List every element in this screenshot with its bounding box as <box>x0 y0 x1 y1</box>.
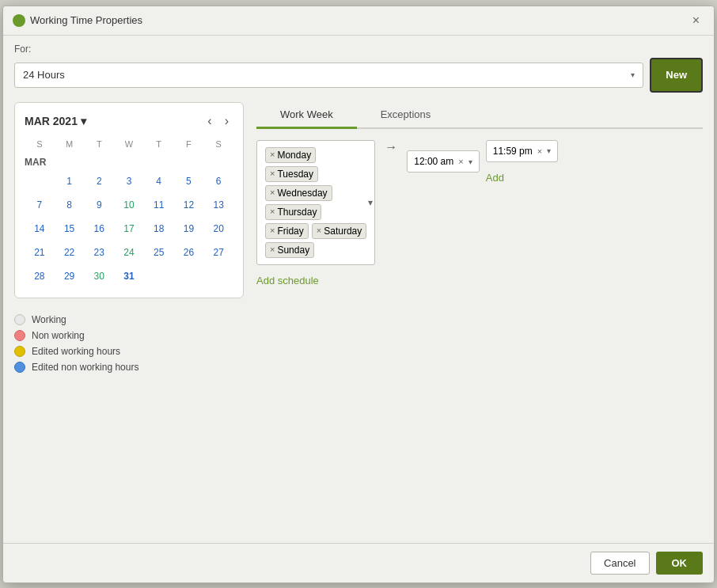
sunday-label: Sunday <box>277 245 309 256</box>
calendar-day <box>28 170 51 192</box>
clear-time-to-icon[interactable]: × <box>537 146 542 156</box>
time-range-arrow-icon: → <box>385 140 397 154</box>
days-tags-row3: × Wednesday <box>264 184 368 203</box>
prev-month-button[interactable]: ‹ <box>203 112 216 130</box>
tab-exceptions[interactable]: Exceptions <box>357 102 455 129</box>
calendar-day[interactable]: 30 <box>88 265 110 287</box>
close-button[interactable]: × <box>688 13 704 28</box>
monday-label: Monday <box>277 150 311 161</box>
title-bar-left: Working Time Properties <box>13 14 142 27</box>
dropdown-arrow-icon: ▾ <box>631 70 635 79</box>
calendar-day[interactable]: 20 <box>207 218 230 240</box>
working-time-dialog: Working Time Properties × For: 24 Hours … <box>2 6 715 583</box>
schedule-row: × Monday × Tuesday × <box>256 140 703 265</box>
calendar-day[interactable]: 19 <box>177 218 199 240</box>
calendar-day[interactable]: 28 <box>28 265 51 287</box>
calendar-day[interactable]: 22 <box>59 241 81 264</box>
time-to-select[interactable]: 11:59 pm × ▾ <box>486 140 558 162</box>
day-tag-saturday: × Saturday <box>312 223 366 239</box>
legend-edited-non-working: Edited non working hours <box>14 362 244 373</box>
dropdown-value: 24 Hours <box>23 69 65 81</box>
calendar-day[interactable]: 8 <box>59 194 81 216</box>
calendar-day[interactable]: 24 <box>118 241 140 264</box>
remove-saturday-icon[interactable]: × <box>317 226 321 235</box>
days-scroll-button[interactable]: ▾ <box>368 197 373 208</box>
calendar-day[interactable]: 21 <box>28 241 51 264</box>
time-add-section: 11:59 pm × ▾ Add <box>486 140 558 184</box>
saturday-label: Saturday <box>324 226 362 237</box>
month-label: MAR <box>25 154 233 169</box>
calendar-day[interactable]: 10 <box>118 194 140 216</box>
edited-working-dot <box>14 346 25 357</box>
weekday-fri: F <box>174 138 204 150</box>
calendar-day[interactable]: 29 <box>59 265 81 287</box>
calendar-day[interactable]: 14 <box>28 218 51 240</box>
calendar-day[interactable]: 26 <box>177 241 199 264</box>
calendar-day[interactable]: 17 <box>118 218 140 240</box>
remove-sunday-icon[interactable]: × <box>270 245 275 254</box>
calendar-day[interactable]: 4 <box>148 170 170 192</box>
add-schedule-link[interactable]: Add schedule <box>256 275 703 286</box>
calendar-day[interactable]: 16 <box>88 218 110 240</box>
weekday-mon: M <box>55 138 85 150</box>
left-panel: MAR 2021 ▾ ‹ › S M T W T <box>14 102 244 535</box>
weekday-headers: S M T W T F S <box>25 138 233 150</box>
calendar-day[interactable]: 9 <box>88 194 110 216</box>
remove-wednesday-icon[interactable]: × <box>270 188 275 197</box>
day-tag-tuesday: × Tuesday <box>265 166 318 182</box>
days-tags-row6: × Sunday <box>264 241 368 260</box>
main-content: MAR 2021 ▾ ‹ › S M T W T <box>14 102 703 535</box>
edited-working-label: Edited working hours <box>32 346 120 357</box>
hours-dropdown[interactable]: 24 Hours ▾ <box>14 63 643 88</box>
remove-friday-icon[interactable]: × <box>270 226 275 235</box>
calendar-day[interactable]: 3 <box>118 170 140 192</box>
add-link[interactable]: Add <box>486 172 558 184</box>
remove-tuesday-icon[interactable]: × <box>270 169 275 178</box>
new-button[interactable]: New <box>650 58 703 93</box>
title-bar: Working Time Properties × <box>3 6 714 36</box>
dialog-body: For: 24 Hours ▾ New MAR 2021 ▾ <box>3 36 714 543</box>
days-box: × Monday × Tuesday × <box>256 140 375 265</box>
days-tags-row5: × Friday × Saturday <box>264 222 368 241</box>
calendar-day[interactable]: 31 <box>118 265 140 287</box>
non-working-dot <box>14 330 25 341</box>
tab-work-week[interactable]: Work Week <box>256 102 357 129</box>
days-tags-row1: × Monday <box>264 146 368 165</box>
days-tags-row2: × Tuesday <box>264 165 368 184</box>
calendar-day[interactable]: 27 <box>207 241 230 264</box>
day-tag-wednesday: × Wednesday <box>265 185 332 201</box>
weekday-wed: W <box>114 138 144 150</box>
calendar-day[interactable]: 5 <box>177 170 199 192</box>
calendar-day[interactable]: 18 <box>148 218 170 240</box>
right-panel: Work Week Exceptions × Monday <box>256 102 703 535</box>
calendar-day[interactable]: 23 <box>88 241 110 264</box>
calendar-day[interactable]: 11 <box>148 194 170 216</box>
time-from-dropdown-icon[interactable]: ▾ <box>469 157 472 166</box>
calendar-day[interactable]: 7 <box>28 194 51 216</box>
calendar-day[interactable]: 13 <box>207 194 230 216</box>
calendar-day[interactable]: 6 <box>207 170 230 192</box>
ok-button[interactable]: OK <box>656 552 704 575</box>
cancel-button[interactable]: Cancel <box>590 552 649 575</box>
remove-monday-icon[interactable]: × <box>270 150 275 159</box>
tuesday-label: Tuesday <box>277 169 313 180</box>
time-from-select[interactable]: 12:00 am × ▾ <box>407 150 479 173</box>
calendar-day[interactable]: 2 <box>88 170 110 192</box>
clear-time-from-icon[interactable]: × <box>458 157 463 166</box>
calendar-day <box>207 265 230 287</box>
calendar-day[interactable]: 12 <box>177 194 199 216</box>
wednesday-label: Wednesday <box>277 188 327 199</box>
time-section: 12:00 am × ▾ 11:59 pm × ▾ Add <box>407 140 558 184</box>
time-to-value: 11:59 pm <box>493 146 533 157</box>
time-to-dropdown-icon[interactable]: ▾ <box>547 146 551 155</box>
next-month-button[interactable]: › <box>220 112 233 130</box>
tabs: Work Week Exceptions <box>256 102 703 129</box>
day-tag-sunday: × Sunday <box>265 242 314 258</box>
remove-thursday-icon[interactable]: × <box>270 207 275 216</box>
legend-working: Working <box>14 314 244 325</box>
calendar-day[interactable]: 1 <box>59 170 81 192</box>
non-working-label: Non working <box>32 330 85 341</box>
edited-non-working-dot <box>14 362 25 373</box>
calendar-day[interactable]: 25 <box>148 241 170 264</box>
calendar-day[interactable]: 15 <box>59 218 81 240</box>
